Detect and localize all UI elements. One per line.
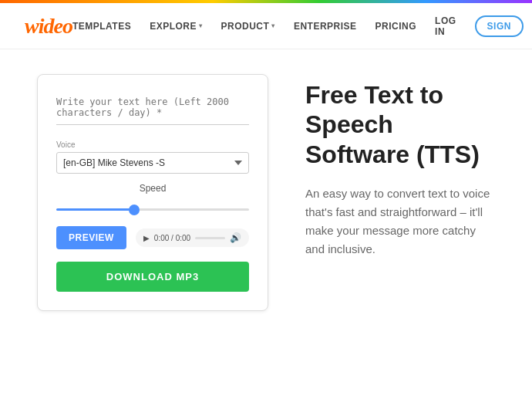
voice-section: Voice [en-GB] Mike Stevens -S [en-US] Jo… <box>56 140 249 174</box>
nav-signup[interactable]: SIGN <box>475 15 524 37</box>
nav-pricing[interactable]: PRICING <box>375 21 417 32</box>
volume-icon[interactable]: 🔊 <box>230 232 241 243</box>
description-body: An easy way to convert text to voice tha… <box>305 184 495 259</box>
speed-slider-container <box>56 200 249 214</box>
logo[interactable]: wideo <box>25 14 72 39</box>
voice-label: Voice <box>56 140 249 149</box>
main-content: Voice [en-GB] Mike Stevens -S [en-US] Jo… <box>0 49 532 336</box>
tts-panel: Voice [en-GB] Mike Stevens -S [en-US] Jo… <box>37 74 268 311</box>
controls-row: PREVIEW ▶ 0:00 / 0:00 🔊 <box>56 226 249 249</box>
download-button[interactable]: DOWNLOAD MP3 <box>56 262 249 292</box>
nav-explore[interactable]: EXPLORE ▾ <box>150 21 202 32</box>
audio-player: ▶ 0:00 / 0:00 🔊 <box>136 228 249 247</box>
text-input[interactable] <box>56 93 249 125</box>
time-display: 0:00 / 0:00 <box>154 234 190 242</box>
speed-section: Speed <box>56 183 249 214</box>
nav-templates[interactable]: TEMPLATES <box>72 21 131 32</box>
header: wideo TEMPLATES EXPLORE ▾ PRODUCT ▾ ENTE… <box>0 3 532 49</box>
description-title: Free Text to Speech Software (TTS) <box>305 80 495 169</box>
play-button[interactable]: ▶ <box>143 234 150 242</box>
audio-progress-bar[interactable] <box>195 237 225 239</box>
nav-product[interactable]: PRODUCT ▾ <box>221 21 275 32</box>
nav-login[interactable]: LOG IN <box>435 15 456 37</box>
nav-enterprise[interactable]: ENTERPRISE <box>294 21 357 32</box>
speed-slider[interactable] <box>56 208 249 211</box>
main-nav: TEMPLATES EXPLORE ▾ PRODUCT ▾ ENTERPRISE… <box>72 15 524 37</box>
description-panel: Free Text to Speech Software (TTS) An ea… <box>305 74 495 311</box>
speed-label: Speed <box>56 183 249 194</box>
chevron-down-icon: ▾ <box>199 22 203 29</box>
chevron-down-icon: ▾ <box>271 22 275 29</box>
preview-button[interactable]: PREVIEW <box>56 226 126 249</box>
voice-select[interactable]: [en-GB] Mike Stevens -S [en-US] John Doe… <box>56 152 249 174</box>
